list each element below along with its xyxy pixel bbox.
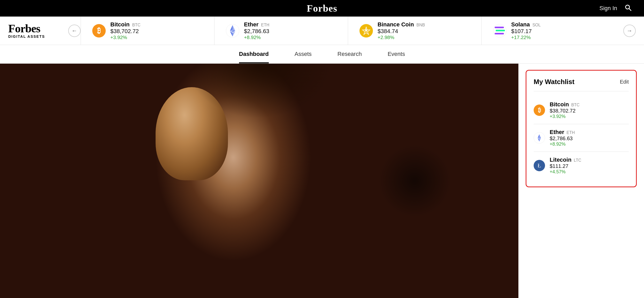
wl-ltc-icon: Ł — [534, 160, 545, 171]
sol-name-row: Solana SOL — [511, 21, 541, 28]
svg-rect-11 — [496, 30, 505, 31]
wl-ltc-info: Litecoin LTC $111.27 +4.57% — [550, 157, 581, 175]
main-navigation: Dashboard Assets Research Events — [0, 45, 644, 64]
tab-events[interactable]: Events — [388, 45, 405, 63]
wl-btc-name-row: Bitcoin BTC — [550, 101, 580, 108]
watchlist-header-divider — [534, 91, 629, 91]
bnb-name-row: Binance Coin BNB — [378, 21, 425, 28]
wl-ltc-name-row: Litecoin LTC — [550, 157, 581, 163]
wl-eth-icon — [534, 132, 545, 144]
watchlist-title: My Watchlist — [534, 78, 574, 86]
bnb-icon — [359, 24, 373, 38]
search-icon[interactable] — [624, 4, 632, 13]
logo-forbes: Forbes — [8, 23, 40, 34]
sol-icon — [493, 24, 507, 38]
watchlist-item-btc[interactable]: ₿ Bitcoin BTC $38,702.72 +3.92% — [534, 96, 629, 124]
eth-icon — [226, 24, 239, 38]
watchlist-item-eth[interactable]: Ether ETH $2,786.63 +8.92% — [534, 124, 629, 152]
wl-eth-info: Ether ETH $2,786.63 +8.92% — [550, 129, 575, 147]
ticker-next-button[interactable]: → — [623, 25, 636, 37]
btc-icon: ₿ — [92, 24, 106, 38]
ticker-prev-button[interactable]: ← — [68, 25, 81, 37]
signin-button[interactable]: Sign In — [600, 5, 617, 12]
top-navigation: Forbes Sign In — [0, 0, 644, 17]
ticker-item-btc[interactable]: ₿ Bitcoin BTC $38,702.72 +3.92% — [81, 17, 214, 45]
site-title: Forbes — [307, 3, 337, 14]
wl-btc-icon: ₿ — [534, 105, 545, 116]
ticker-bar: Forbes DIGITAL ASSETS ← ₿ Bitcoin BTC $3… — [0, 17, 644, 45]
sol-info: Solana SOL $107.17 +17.22% — [511, 21, 541, 40]
tab-assets[interactable]: Assets — [295, 45, 312, 63]
tab-research[interactable]: Research — [338, 45, 362, 63]
content-area: My Watchlist Edit ₿ Bitcoin BTC $38,702.… — [0, 64, 644, 298]
svg-rect-12 — [495, 33, 504, 34]
svg-line-1 — [629, 9, 631, 11]
ticker-item-sol[interactable]: Solana SOL $107.17 +17.22% — [481, 17, 615, 45]
logo-area: Forbes DIGITAL ASSETS — [8, 23, 60, 39]
watchlist-item-ltc[interactable]: Ł Litecoin LTC $111.27 +4.57% — [534, 152, 629, 179]
svg-rect-10 — [495, 27, 504, 28]
hero-person-image — [0, 64, 518, 298]
ticker-item-eth[interactable]: Ether ETH $2,786.63 +8.92% — [214, 17, 348, 45]
eth-name-row: Ether ETH — [244, 21, 269, 28]
tab-dashboard[interactable]: Dashboard — [239, 45, 269, 63]
wl-eth-name-row: Ether ETH — [550, 129, 575, 136]
ticker-item-bnb[interactable]: Binance Coin BNB $384.74 +2.98% — [348, 17, 481, 45]
btc-name-row: Bitcoin BTC — [110, 21, 141, 28]
bnb-info: Binance Coin BNB $384.74 +2.98% — [378, 21, 425, 40]
logo-digital-assets: DIGITAL ASSETS — [8, 34, 45, 39]
watchlist-header: My Watchlist Edit — [534, 78, 629, 86]
btc-info: Bitcoin BTC $38,702.72 +3.92% — [110, 21, 141, 40]
top-nav-right: Sign In — [600, 4, 632, 13]
hero-image — [0, 64, 518, 298]
eth-info: Ether ETH $2,786.63 +8.92% — [244, 21, 269, 40]
watchlist-panel: My Watchlist Edit ₿ Bitcoin BTC $38,702.… — [526, 70, 637, 187]
wl-btc-info: Bitcoin BTC $38,702.72 +3.92% — [550, 101, 580, 119]
watchlist-edit-button[interactable]: Edit — [620, 79, 629, 85]
